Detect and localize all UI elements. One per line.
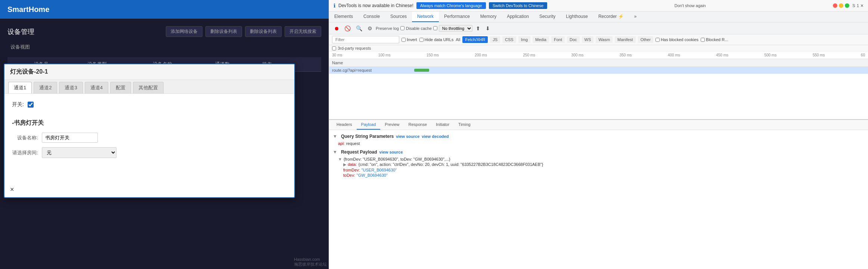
tab-sources[interactable]: Sources — [385, 12, 412, 22]
modal-tab-channel4[interactable]: 通道4 — [85, 82, 108, 93]
payload-expand-arrow[interactable]: ▼ — [333, 149, 337, 155]
section-title: 设备管理 — [7, 27, 34, 36]
tab-elements[interactable]: Elements — [329, 12, 358, 22]
disable-cache-checkbox[interactable] — [433, 26, 437, 30]
tab-more[interactable]: » — [629, 12, 642, 22]
detail-tab-timing[interactable]: Timing — [454, 120, 475, 130]
preserve-log-label: Preserve log — [376, 26, 399, 31]
third-party-label: 3rd-party requests — [338, 46, 371, 50]
payload-view-source-link[interactable]: view source — [379, 150, 403, 154]
all-filter[interactable]: All — [456, 37, 460, 42]
marker-400ms: 400 ms — [668, 53, 680, 57]
dismiss-button[interactable]: Don't show again — [675, 3, 706, 8]
watermark-line1: Hassbian.com — [294, 257, 327, 262]
filter-media[interactable]: Media — [533, 36, 549, 43]
chrome-min-btn[interactable] — [839, 3, 843, 8]
filter-ws[interactable]: WS — [582, 36, 594, 43]
filter-xhr[interactable]: Fetch/XHR — [462, 36, 488, 43]
waterfall-area — [407, 69, 865, 72]
tab-recorder[interactable]: Recorder ⚡ — [593, 12, 629, 22]
hide-data-urls-row: Hide data URLs — [419, 37, 454, 42]
export-button[interactable]: ⬇ — [484, 24, 492, 33]
sub-nav-device-view[interactable]: 设备视图 — [7, 43, 33, 52]
sub-nav: 设备视图 — [7, 43, 321, 52]
network-row[interactable]: route.cgi?api=request — [329, 67, 868, 74]
device-subtitle: -书房灯开关 — [12, 119, 287, 127]
filter-css[interactable]: CSS — [502, 36, 516, 43]
marker-550ms: 550 ms — [813, 53, 825, 57]
detail-content: ▼ Query String Parameters view source vi… — [329, 130, 868, 269]
filter-doc[interactable]: Doc — [567, 36, 580, 43]
filter-other[interactable]: Other — [638, 36, 654, 43]
switch-row: 开关: — [12, 101, 287, 108]
to-dev-key: toDev: — [343, 173, 355, 177]
tab-memory[interactable]: Memory — [475, 12, 502, 22]
filter-wasm[interactable]: Wasm — [596, 36, 613, 43]
view-decoded-link[interactable]: view decoded — [422, 134, 449, 139]
switch-checkbox[interactable] — [28, 102, 34, 108]
modal-tab-other-config[interactable]: 其他配置 — [133, 82, 164, 93]
tab-security[interactable]: Security — [534, 12, 561, 22]
query-expand-arrow[interactable]: ▼ — [333, 134, 337, 139]
switch-devtools-button[interactable]: Switch DevTools to Chinese — [489, 2, 547, 9]
col-name-header: Name — [332, 61, 407, 65]
data-arrow[interactable]: ▶ — [343, 162, 346, 167]
filter-img[interactable]: Img — [518, 36, 530, 43]
devtools-top-tabs: Elements Console Sources Network Perform… — [329, 12, 868, 22]
throttling-select[interactable]: No throttling — [439, 25, 472, 32]
modal-close-button[interactable]: × — [10, 186, 14, 194]
network-table: Name route.cgi?api=request — [329, 59, 868, 120]
device-name-input[interactable] — [42, 133, 98, 143]
filter-js[interactable]: JS — [490, 36, 500, 43]
import-button[interactable]: ⬆ — [474, 24, 482, 33]
main-obj-arrow[interactable]: ▼ — [338, 157, 342, 161]
tab-lighthouse[interactable]: Lighthouse — [561, 12, 593, 22]
filter-manifest[interactable]: Manifest — [615, 36, 636, 43]
tab-performance[interactable]: Performance — [439, 12, 475, 22]
chrome-controls: S 1 × — [833, 3, 864, 9]
devtools-close-icon[interactable]: × — [861, 3, 864, 9]
disable-cache-label: Disable cache — [406, 26, 432, 31]
room-select-label: 请选择房间: — [12, 149, 38, 156]
clear-button[interactable]: 🚫 — [342, 24, 353, 33]
device-list1-button[interactable]: 删除设备列表 — [205, 26, 242, 37]
modal-tab-config[interactable]: 配置 — [110, 82, 131, 93]
modal-tab-channel3[interactable]: 通道3 — [59, 82, 83, 93]
tab-network[interactable]: Network — [412, 12, 439, 22]
invert-checkbox[interactable] — [402, 38, 406, 42]
devtools-notification: ℹ DevTools is now available in Chinese! … — [329, 0, 868, 12]
record-button[interactable]: ⏺ — [332, 24, 341, 33]
detail-tab-payload[interactable]: Payload — [357, 120, 381, 130]
device-list2-button[interactable]: 删除设备列表 — [245, 26, 282, 37]
match-language-button[interactable]: Always match Chrome's language — [416, 2, 486, 9]
search-button[interactable]: 🔍 — [354, 24, 364, 33]
add-device-button[interactable]: 添加网络设备 — [166, 26, 202, 37]
filter-button[interactable]: ⚙ — [366, 24, 374, 33]
timeline-bar: 30 ms 100 ms 150 ms 200 ms 250 ms 300 ms… — [329, 52, 868, 59]
tab-application[interactable]: Application — [502, 12, 534, 22]
blocked-cookies-checkbox[interactable] — [655, 38, 660, 42]
filter-font[interactable]: Font — [551, 36, 565, 43]
third-party-checkbox[interactable] — [332, 46, 336, 50]
request-payload-content: ▼ {fromDev: "USER_B0694630", toDev: "GW_… — [338, 157, 864, 177]
modal-tab-channel1[interactable]: 通道1 — [8, 82, 32, 93]
hide-data-urls-checkbox[interactable] — [419, 38, 424, 42]
view-source-link[interactable]: view source — [396, 134, 419, 139]
modal-tab-channel2[interactable]: 通道2 — [34, 82, 57, 93]
detail-tab-initiator[interactable]: Initiator — [431, 120, 454, 130]
chrome-close-btn[interactable] — [833, 3, 837, 8]
room-select[interactable]: 元 — [42, 147, 117, 158]
marker-150ms: 150 ms — [427, 53, 439, 57]
payload-main-obj: ▼ {fromDev: "USER_B0694630", toDev: "GW_… — [338, 157, 864, 161]
chrome-max-btn[interactable] — [845, 3, 849, 8]
detail-tab-preview[interactable]: Preview — [380, 120, 404, 130]
filter-bar: Invert Hide data URLs All Fetch/XHR JS C… — [329, 34, 868, 45]
tab-console[interactable]: Console — [358, 12, 385, 22]
filter-input[interactable] — [332, 36, 399, 43]
open-wifi-button[interactable]: 开启无线搜索 — [285, 26, 321, 37]
main-obj-value: {fromDev: "USER_B0694630", toDev: "GW_B0… — [344, 157, 450, 161]
blocked-checkbox[interactable] — [701, 38, 705, 42]
detail-tab-response[interactable]: Response — [404, 120, 431, 130]
detail-tab-headers[interactable]: Headers — [332, 120, 357, 130]
preserve-log-checkbox[interactable] — [400, 26, 404, 30]
